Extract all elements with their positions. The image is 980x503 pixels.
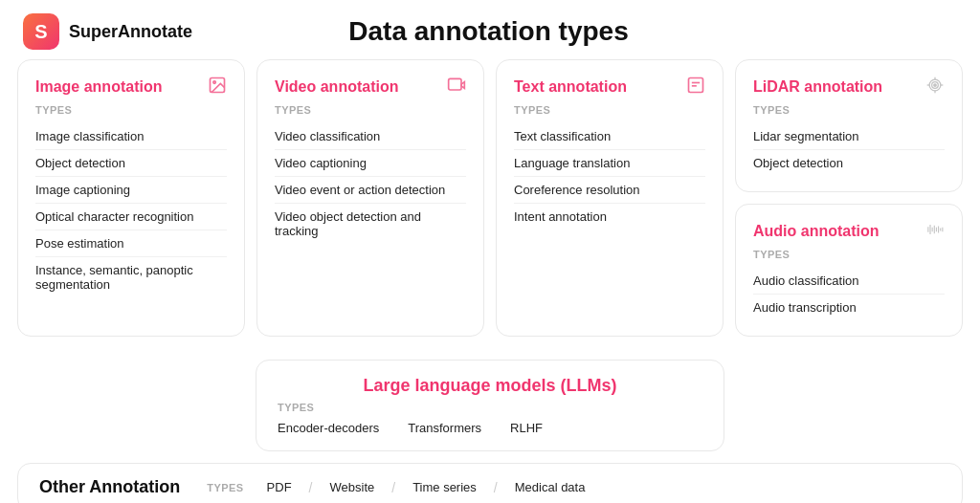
other-item-medical: Medical data xyxy=(515,480,586,494)
image-annotation-title: Image annotation xyxy=(35,76,227,98)
image-annotation-subtitle: Types xyxy=(35,104,227,116)
list-item: Image classification xyxy=(35,123,227,149)
text-annotation-list: Text classification Language translation… xyxy=(514,123,705,230)
logo-name: SuperAnnotate xyxy=(69,22,192,42)
list-item: Coreference resolution xyxy=(514,176,705,203)
lidar-annotation-title: LiDAR annotation xyxy=(753,76,945,98)
llm-types: Encoder-decoders Transformers RLHF xyxy=(278,421,702,435)
list-item: Object detection xyxy=(35,149,227,176)
right-column: LiDAR annotation Types Lidar segmentatio… xyxy=(735,59,963,337)
image-annotation-card: Image annotation Types Image classificat… xyxy=(17,59,245,337)
other-annotation-bar: Other Annotation Types PDF / Website / T… xyxy=(17,463,963,503)
llm-type-encoder: Encoder-decoders xyxy=(278,421,379,435)
lidar-annotation-list: Lidar segmentation Object detection xyxy=(753,123,945,176)
lidar-annotation-subtitle: Types xyxy=(753,104,945,116)
other-annotation-title: Other Annotation xyxy=(39,477,180,497)
audio-annotation-list: Audio classification Audio transcription xyxy=(753,268,945,320)
llm-title: Large language models (LLMs) xyxy=(278,376,702,396)
video-annotation-list: Video classification Video captioning Vi… xyxy=(275,123,466,244)
llm-card: Large language models (LLMs) Types Encod… xyxy=(256,360,724,451)
video-annotation-card: Video annotation Types Video classificat… xyxy=(256,59,484,337)
header: S SuperAnnotate Data annotation types xyxy=(0,0,980,59)
text-annotation-card: Text annotation Types Text classificatio… xyxy=(496,59,724,337)
separator: / xyxy=(309,480,313,495)
separator: / xyxy=(494,480,498,495)
list-item: Instance, semantic, panoptic segmentatio… xyxy=(35,256,227,297)
video-annotation-title: Video annotation xyxy=(275,76,466,98)
other-item-website: Website xyxy=(330,480,375,494)
top-cards: Image annotation Types Image classificat… xyxy=(17,59,963,337)
list-item: Video classification xyxy=(275,123,466,149)
list-item: Text classification xyxy=(514,123,705,149)
list-item: Optical character recognition xyxy=(35,203,227,230)
audio-icon xyxy=(925,220,945,243)
lidar-icon xyxy=(925,76,945,98)
svg-point-1 xyxy=(213,81,216,84)
list-item: Pose estimation xyxy=(35,230,227,256)
audio-annotation-subtitle: Types xyxy=(753,249,945,260)
image-icon xyxy=(208,76,227,98)
other-item-timeseries: Time series xyxy=(412,480,477,494)
list-item: Audio transcription xyxy=(753,294,945,320)
video-annotation-subtitle: Types xyxy=(275,104,466,116)
llm-subtitle: Types xyxy=(278,402,702,413)
image-annotation-list: Image classification Object detection Im… xyxy=(35,123,227,297)
other-annotation-label: Types xyxy=(207,482,243,493)
list-item: Video captioning xyxy=(275,149,466,176)
svg-point-7 xyxy=(934,84,937,87)
other-item-pdf: PDF xyxy=(267,480,292,494)
audio-annotation-title: Audio annotation xyxy=(753,220,945,243)
separator: / xyxy=(391,480,395,495)
list-item: Intent annotation xyxy=(514,203,705,230)
list-item: Object detection xyxy=(753,149,945,176)
list-item: Language translation xyxy=(514,149,705,176)
list-item: Audio classification xyxy=(753,268,945,294)
logo: S SuperAnnotate xyxy=(23,13,192,50)
text-annotation-title: Text annotation xyxy=(514,76,705,98)
text-icon xyxy=(686,76,705,98)
audio-annotation-card: Audio annotation xyxy=(735,204,963,337)
main-content: Image annotation Types Image classificat… xyxy=(0,59,980,503)
page-title: Data annotation types xyxy=(192,16,785,47)
text-annotation-subtitle: Types xyxy=(514,104,705,116)
list-item: Video object detection and tracking xyxy=(275,203,466,244)
list-item: Image captioning xyxy=(35,176,227,203)
svg-rect-2 xyxy=(449,78,461,90)
lidar-annotation-card: LiDAR annotation Types Lidar segmentatio… xyxy=(735,59,963,192)
video-icon xyxy=(447,76,466,98)
llm-type-transformers: Transformers xyxy=(408,421,481,435)
llm-type-rlhf: RLHF xyxy=(510,421,543,435)
logo-icon: S xyxy=(23,13,59,50)
list-item: Video event or action detection xyxy=(275,176,466,203)
list-item: Lidar segmentation xyxy=(753,123,945,149)
